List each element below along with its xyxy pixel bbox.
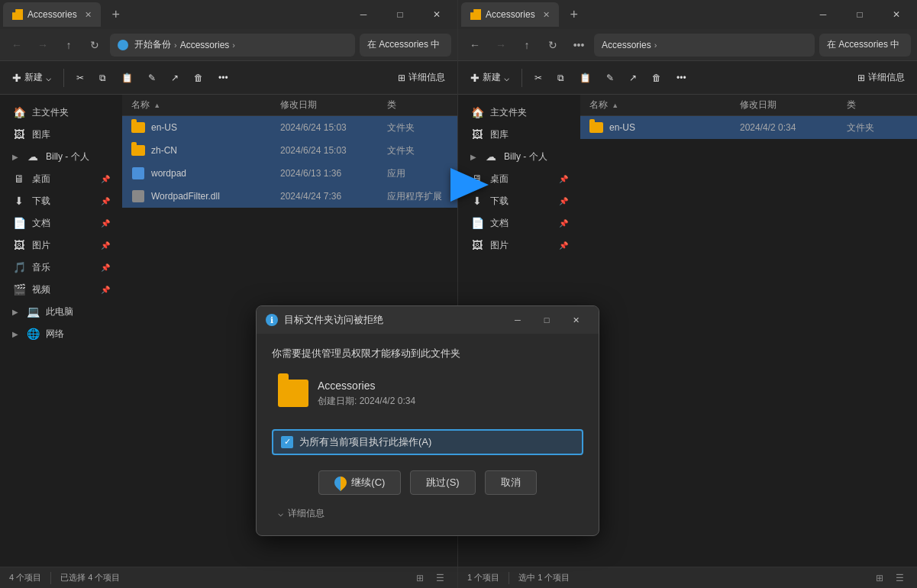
left-sidebar-item-music[interactable]: 🎵 音乐 📌 [3, 257, 119, 278]
dialog-folder-name: Accessories [318, 380, 415, 392]
left-sidebar-item-home[interactable]: 🏠 主文件夹 [3, 102, 119, 123]
left-tab-add[interactable]: + [105, 4, 127, 25]
left-sidebar-item-network[interactable]: ▶ 🌐 网络 [3, 323, 119, 344]
dialog-checkbox-row[interactable]: ✓ 为所有当前项目执行此操作(A) [272, 429, 583, 455]
right-documents-pin: 📌 [559, 219, 568, 228]
left-back-button[interactable]: ← [6, 34, 27, 56]
left-paste-button[interactable]: 📋 [115, 66, 139, 90]
right-minimize-button[interactable]: ─ [806, 1, 841, 28]
left-search-box[interactable]: 在 Accessories 中 [360, 34, 451, 57]
right-back-button[interactable]: ← [464, 34, 486, 56]
right-downloads-icon: ⬇ [470, 194, 484, 208]
right-up-button[interactable]: ↑ [516, 34, 538, 56]
left-view-icons: ⊞ ☰ [412, 570, 448, 586]
left-sidebar-item-downloads[interactable]: ⬇ 下载 📌 [3, 190, 119, 212]
dialog-skip-button[interactable]: 跳过(S) [410, 470, 475, 495]
right-sidebar-pictures-label: 图片 [490, 239, 509, 252]
left-tab-close[interactable]: ✕ [85, 10, 92, 20]
left-close-button[interactable]: ✕ [419, 1, 454, 28]
left-new-button[interactable]: ✚ 新建 ⌵ [6, 66, 57, 90]
right-sidebar-item-billy[interactable]: ▶ ☁ Billy - 个人 [461, 146, 577, 167]
right-paste-button[interactable]: 📋 [573, 66, 597, 90]
right-more-button[interactable]: ••• [670, 66, 693, 90]
left-sidebar-item-documents[interactable]: 📄 文档 📌 [3, 212, 119, 234]
dialog-continue-button[interactable]: 继续(C) [318, 470, 401, 495]
left-sidebar-item-billy[interactable]: ▶ ☁ Billy - 个人 [3, 146, 119, 167]
right-rename-button[interactable]: ✎ [600, 66, 620, 90]
right-close-button[interactable]: ✕ [879, 1, 914, 28]
left-col-date[interactable]: 修改日期 [280, 99, 387, 111]
left-forward-button[interactable]: → [32, 34, 53, 56]
left-refresh-button[interactable]: ↻ [84, 34, 105, 56]
dialog-details-toggle[interactable]: ⌵ 详细信息 [272, 504, 583, 523]
right-sidebar-item-pictures[interactable]: 🖼 图片 📌 [461, 234, 577, 256]
dialog-cancel-button[interactable]: 取消 [485, 470, 537, 495]
right-sidebar-item-downloads[interactable]: ⬇ 下载 📌 [461, 190, 577, 212]
left-file-type-wordpad: 应用 [387, 167, 448, 180]
left-copy-button[interactable]: ⧉ [93, 66, 112, 90]
right-file-pane: 名称 ▲ 修改日期 类 en-US 2024/4/2 0:34 文件夹 [580, 95, 917, 567]
right-refresh-button[interactable]: ↻ [542, 34, 563, 56]
right-col-type[interactable]: 类 [847, 99, 908, 111]
right-more-nav-button[interactable]: ••• [568, 34, 589, 56]
left-minimize-button[interactable]: ─ [346, 1, 381, 28]
right-tab-close[interactable]: ✕ [543, 10, 550, 20]
right-tab-accessories[interactable]: Accessories ✕ [461, 2, 559, 27]
left-col-type[interactable]: 类 [387, 99, 448, 111]
left-maximize-button[interactable]: □ [383, 1, 418, 28]
dialog-close-button[interactable]: ✕ [562, 309, 589, 331]
right-cut-button[interactable]: ✂ [528, 66, 548, 90]
left-delete-button[interactable]: 🗑 [188, 66, 209, 90]
right-tab-add[interactable]: + [563, 4, 585, 25]
right-sidebar-item-home[interactable]: 🏠 主文件夹 [461, 102, 577, 123]
left-more-button[interactable]: ••• [212, 66, 234, 90]
left-file-date-wordpad: 2024/6/13 1:36 [280, 168, 387, 179]
left-file-wordpadfilter[interactable]: WordpadFilter.dll 2024/4/24 7:36 应用程序扩展 [122, 185, 457, 208]
right-grid-view-button[interactable]: ⊞ [871, 570, 888, 586]
dialog-cancel-label: 取消 [501, 476, 521, 489]
right-sidebar-item-documents[interactable]: 📄 文档 📌 [461, 212, 577, 234]
right-share-button[interactable]: ↗ [623, 66, 643, 90]
left-tab-accessories[interactable]: Accessories ✕ [3, 2, 101, 27]
left-sidebar-item-videos[interactable]: 🎬 视频 📌 [3, 279, 119, 300]
right-col-name[interactable]: 名称 ▲ [589, 99, 740, 111]
right-search-box[interactable]: 在 Accessories 中 [819, 34, 911, 57]
right-maximize-button[interactable]: □ [842, 1, 877, 28]
dialog-maximize-button[interactable]: □ [533, 309, 560, 331]
left-status-selected: 已选择 4 个项目 [60, 572, 120, 583]
right-col-date[interactable]: 修改日期 [740, 99, 847, 111]
left-address-path[interactable]: 开始备份 › Accessories › [110, 34, 355, 57]
left-rename-button[interactable]: ✎ [142, 66, 162, 90]
right-sidebar-item-gallery[interactable]: 🖼 图库 [461, 124, 577, 145]
left-file-en-us[interactable]: en-US 2024/6/24 15:03 文件夹 [122, 116, 457, 139]
right-forward-button[interactable]: → [490, 34, 512, 56]
left-col-name[interactable]: 名称 ▲ [131, 99, 280, 111]
right-file-en-us[interactable]: en-US 2024/4/2 0:34 文件夹 [580, 116, 917, 139]
dialog-checkbox[interactable]: ✓ [281, 436, 293, 448]
right-desktop-pin: 📌 [559, 175, 568, 183]
right-new-button[interactable]: ✚ 新建 ⌵ [464, 66, 515, 90]
right-delete-button[interactable]: 🗑 [646, 66, 667, 90]
left-file-zh-cn[interactable]: zh-CN 2024/6/24 15:03 文件夹 [122, 139, 457, 162]
left-downloads-pin: 📌 [101, 197, 110, 205]
left-list-view-button[interactable]: ☰ [431, 570, 448, 586]
left-up-button[interactable]: ↑ [58, 34, 79, 56]
dialog-minimize-button[interactable]: ─ [504, 309, 531, 331]
left-details-button[interactable]: ⊞ 详细信息 [392, 68, 451, 87]
left-file-wordpad[interactable]: wordpad 2024/6/13 1:36 应用 [122, 162, 457, 185]
left-share-button[interactable]: ↗ [165, 66, 185, 90]
left-cut-button[interactable]: ✂ [70, 66, 90, 90]
left-file-name-zh-cn: zh-CN [151, 145, 280, 156]
right-details-button[interactable]: ⊞ 详细信息 [851, 68, 911, 87]
left-grid-view-button[interactable]: ⊞ [412, 570, 428, 586]
right-copy-button[interactable]: ⧉ [551, 66, 570, 90]
left-sidebar-item-pictures[interactable]: 🖼 图片 📌 [3, 234, 119, 256]
left-sidebar-pictures-label: 图片 [32, 239, 50, 252]
right-sidebar-item-desktop[interactable]: 🖥 桌面 📌 [461, 168, 577, 189]
right-list-view-button[interactable]: ☰ [891, 570, 908, 586]
right-address-path[interactable]: Accessories › [594, 34, 815, 57]
left-sidebar-item-gallery[interactable]: 🖼 图库 [3, 124, 119, 145]
right-documents-icon: 📄 [470, 216, 484, 230]
left-sidebar-item-desktop[interactable]: 🖥 桌面 📌 [3, 168, 119, 189]
left-sidebar-item-thispc[interactable]: ▶ 💻 此电脑 [3, 301, 119, 322]
